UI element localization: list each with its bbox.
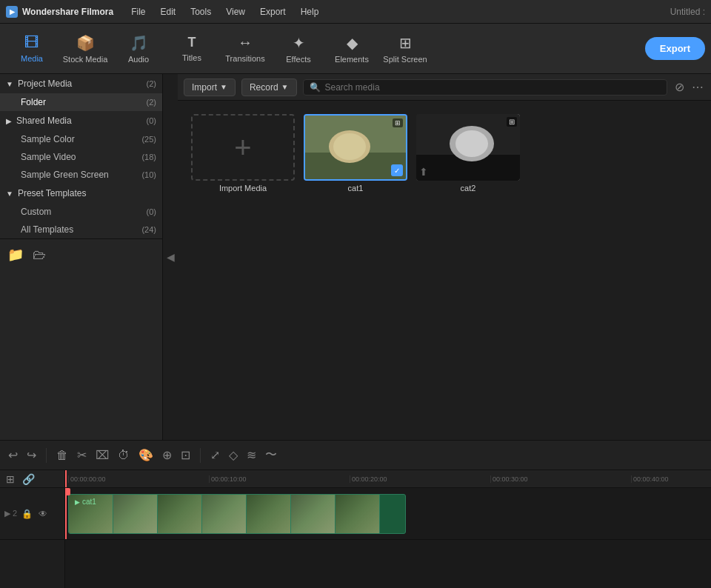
- media-item-cat2[interactable]: ⊞ ⬆ cat2: [416, 114, 520, 193]
- app-logo-icon: ▶: [6, 6, 18, 18]
- toolbar-label-elements: Elements: [335, 55, 369, 64]
- titles-icon: T: [188, 35, 196, 50]
- toolbar-btn-effects[interactable]: ✦ Effects: [273, 27, 324, 71]
- track-controls: ▶ 2 🔒 👁: [0, 488, 64, 540]
- search-input[interactable]: [325, 82, 661, 93]
- track-layer-count: ▶ 2: [4, 509, 17, 518]
- add-track-button[interactable]: ⊞: [4, 472, 16, 487]
- import-media-item[interactable]: + Import Media: [191, 114, 295, 193]
- stabilize-button[interactable]: ⊕: [160, 446, 174, 464]
- folder-count: (2): [147, 98, 156, 107]
- ruler-mark-2: 00:00:20:00: [350, 475, 490, 483]
- remove-folder-button[interactable]: 🗁: [31, 245, 47, 264]
- clip-frame-6: [291, 495, 336, 534]
- menu-help[interactable]: Help: [295, 5, 325, 19]
- sidebar-item-all-templates[interactable]: All Templates (24): [0, 221, 162, 238]
- toolbar-btn-split-screen[interactable]: ⊞ Split Screen: [379, 27, 431, 71]
- clip-frame-5: [247, 495, 291, 534]
- record-dropdown[interactable]: Record ▼: [241, 78, 297, 96]
- cut-button[interactable]: ✂: [75, 446, 89, 464]
- undo-button[interactable]: ↩: [6, 446, 20, 464]
- timeline-right[interactable]: 00:00:00:00 00:00:10:00 00:00:20:00 00:0…: [65, 470, 711, 588]
- toolbar-btn-titles[interactable]: T Titles: [166, 27, 218, 71]
- arrow-shared-media: ▶: [6, 117, 12, 125]
- search-bar: 🔍: [303, 79, 667, 96]
- all-templates-count: (24): [141, 225, 156, 234]
- menu-view[interactable]: View: [220, 5, 251, 19]
- toolbar-label-audio: Audio: [128, 55, 149, 64]
- sample-green-screen-count: (10): [141, 170, 156, 179]
- crop-button[interactable]: ⌧: [93, 446, 111, 464]
- toolbar-btn-audio[interactable]: 🎵 Audio: [113, 27, 164, 71]
- delete-button[interactable]: 🗑: [54, 447, 70, 464]
- color-button[interactable]: 🎨: [136, 446, 156, 464]
- clip-name: cat1: [82, 498, 96, 506]
- sidebar-item-folder[interactable]: Folder (2): [0, 93, 162, 111]
- import-dropdown-arrow: ▼: [220, 83, 227, 91]
- track-visible-button[interactable]: 👁: [37, 507, 49, 521]
- audio-waveform-button[interactable]: 〜: [263, 445, 279, 465]
- ruler-mark-1: 00:00:10:00: [209, 475, 350, 483]
- sidebar-header-shared-media[interactable]: ▶ Shared Media (0): [0, 111, 162, 130]
- toolbar-btn-transitions[interactable]: ↔ Transitions: [219, 27, 271, 71]
- toolbar-btn-elements[interactable]: ◆ Elements: [326, 27, 378, 71]
- media-icon: 🎞: [24, 34, 39, 51]
- menu-export[interactable]: Export: [254, 5, 292, 19]
- sidebar-collapse-button[interactable]: ◀: [163, 74, 178, 440]
- arrow-preset-templates: ▼: [6, 190, 13, 198]
- playhead-line: [65, 488, 67, 539]
- toolbar-btn-media[interactable]: 🎞 Media: [6, 27, 58, 71]
- sidebar-item-sample-green-screen[interactable]: Sample Green Screen (10): [0, 166, 162, 184]
- content-icons: ⊘ ⋯: [673, 78, 705, 96]
- import-dropdown[interactable]: Import ▼: [184, 78, 236, 96]
- audio-mix-button[interactable]: ≋: [244, 446, 258, 464]
- split-button[interactable]: ⊡: [178, 446, 193, 464]
- toolbar-label-transitions: Transitions: [225, 54, 264, 63]
- cat1-label: cat1: [304, 184, 407, 193]
- keyframe-button[interactable]: ◇: [227, 446, 240, 464]
- toolbar-label-effects: Effects: [286, 55, 310, 64]
- speed-button[interactable]: ⏱: [116, 447, 132, 464]
- filter-button[interactable]: ⊘: [673, 78, 686, 96]
- media-item-cat1[interactable]: ⊞ ✓ cat1: [304, 114, 407, 193]
- cat1-duration: ⊞: [393, 118, 403, 127]
- ruler-marks-container: 00:00:00:00 00:00:10:00 00:00:20:00 00:0…: [68, 475, 708, 483]
- import-thumb: +: [191, 114, 295, 181]
- menu-bar: ▶ Wondershare Filmora File Edit Tools Vi…: [0, 0, 711, 24]
- elements-icon: ◆: [347, 34, 358, 52]
- separator-1: [46, 448, 47, 463]
- timeline-fit-button[interactable]: ⤢: [208, 446, 222, 464]
- sidebar: ▼ Project Media (2) Folder (2) ▶ Shared …: [0, 74, 163, 440]
- import-label: Import: [192, 82, 217, 93]
- menu-edit[interactable]: Edit: [154, 5, 181, 19]
- timeline-clip-cat1[interactable]: ▶ cat1: [68, 494, 406, 534]
- timeline-tracks: ▶ cat1: [65, 488, 711, 540]
- sample-green-screen-label: Sample Green Screen: [21, 170, 141, 180]
- all-templates-label: All Templates: [21, 224, 141, 235]
- menu-tools[interactable]: Tools: [184, 5, 217, 19]
- toolbar-btn-stock-media[interactable]: 📦 Stock Media: [59, 27, 111, 71]
- custom-label: Custom: [21, 207, 147, 217]
- menu-file[interactable]: File: [125, 5, 151, 19]
- sidebar-item-custom[interactable]: Custom (0): [0, 203, 162, 221]
- arrow-project-media: ▼: [6, 80, 13, 88]
- track-ctrl-video: ▶ 2 🔒 👁: [0, 488, 64, 540]
- app-logo: ▶ Wondershare Filmora: [6, 6, 113, 18]
- redo-button[interactable]: ↪: [24, 446, 39, 464]
- sidebar-header-preset-templates[interactable]: ▼ Preset Templates: [0, 184, 162, 203]
- plus-icon: +: [234, 131, 251, 164]
- sidebar-item-sample-color[interactable]: Sample Color (25): [0, 130, 162, 148]
- export-button[interactable]: Export: [645, 37, 705, 60]
- sidebar-header-project-media[interactable]: ▼ Project Media (2): [0, 74, 162, 93]
- shared-media-label: Shared Media: [16, 116, 147, 126]
- more-options-button[interactable]: ⋯: [690, 78, 705, 96]
- timeline-track-video: ▶ cat1: [65, 488, 711, 540]
- clip-frame-3: [158, 495, 202, 534]
- timeline-ruler: 00:00:00:00 00:00:10:00 00:00:20:00 00:0…: [65, 470, 711, 488]
- add-folder-button[interactable]: 📁: [6, 245, 25, 264]
- cat1-check: ✓: [391, 164, 403, 176]
- sidebar-item-sample-video[interactable]: Sample Video (18): [0, 148, 162, 166]
- track-lock-button[interactable]: 🔒: [20, 507, 34, 521]
- timeline-toolbar: ↩ ↪ 🗑 ✂ ⌧ ⏱ 🎨 ⊕ ⊡ ⤢ ◇ ≋ 〜: [0, 441, 711, 470]
- link-button[interactable]: 🔗: [21, 472, 36, 487]
